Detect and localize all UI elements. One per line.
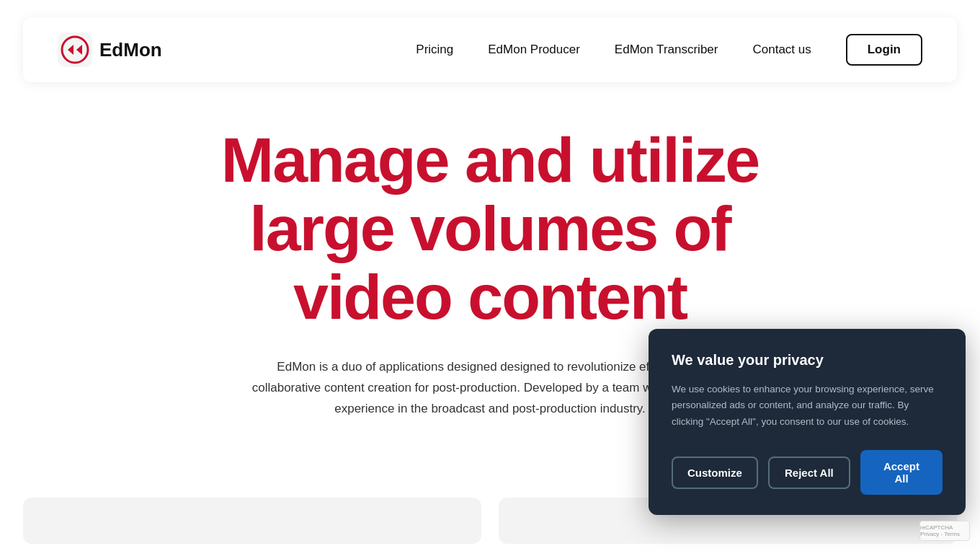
customize-button[interactable]: Customize xyxy=(672,457,758,489)
hero-title-line1: Manage and utilize xyxy=(221,124,759,195)
navbar: EdMon Pricing EdMon Producer EdMon Trans… xyxy=(23,17,957,82)
card-left xyxy=(23,498,481,544)
hero-title-line2: large volumes of xyxy=(249,193,730,264)
cookie-buttons: Customize Reject All Accept All xyxy=(672,450,943,495)
login-button[interactable]: Login xyxy=(846,34,922,66)
nav-transcriber[interactable]: EdMon Transcriber xyxy=(615,43,718,57)
edmon-logo-icon xyxy=(58,32,92,67)
nav-contact[interactable]: Contact us xyxy=(752,43,811,57)
accept-all-button[interactable]: Accept All xyxy=(860,450,943,495)
nav-links: Pricing EdMon Producer EdMon Transcriber… xyxy=(416,34,922,66)
recaptcha-text: reCAPTCHA Privacy - Terms xyxy=(920,524,969,537)
nav-pricing[interactable]: Pricing xyxy=(416,43,453,57)
hero-title: Manage and utilize large volumes of vide… xyxy=(14,125,966,331)
reject-all-button[interactable]: Reject All xyxy=(768,457,850,489)
logo-text: EdMon xyxy=(99,39,162,61)
cookie-banner: We value your privacy We use cookies to … xyxy=(649,329,966,515)
hero-title-line3: video content xyxy=(293,261,687,332)
cookie-title: We value your privacy xyxy=(672,352,943,369)
logo[interactable]: EdMon xyxy=(58,32,162,67)
cookie-body: We use cookies to enhance your browsing … xyxy=(672,382,943,430)
nav-producer[interactable]: EdMon Producer xyxy=(488,43,580,57)
recaptcha-badge: reCAPTCHA Privacy - Terms xyxy=(919,521,970,541)
